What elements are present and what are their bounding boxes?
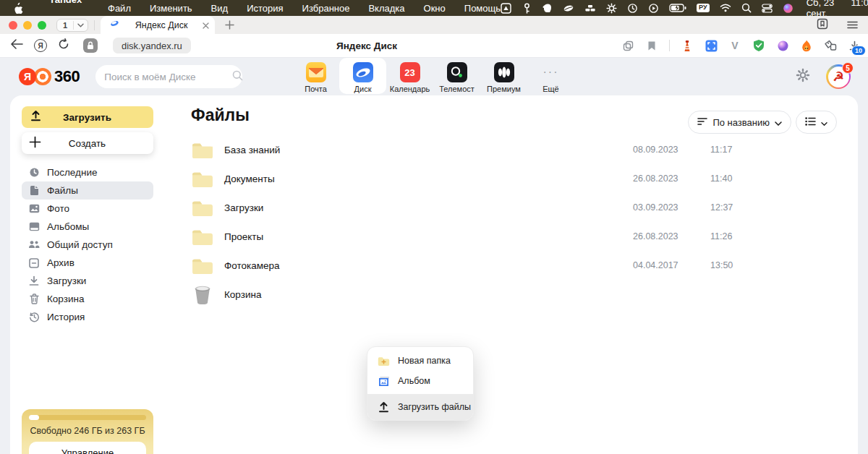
upload-button-label: Загрузить	[41, 112, 133, 123]
extension-sphere-icon[interactable]	[776, 39, 789, 52]
play-circle-icon[interactable]	[648, 2, 659, 14]
close-tab-icon[interactable]	[203, 19, 209, 32]
bookmarks-panel-icon[interactable]	[817, 18, 828, 33]
minimize-window-button[interactable]	[23, 21, 32, 30]
menu-item-upload-files[interactable]: Загрузить файлы	[367, 394, 473, 420]
back-icon[interactable]	[10, 39, 23, 52]
input-language-indicator[interactable]: РУ	[697, 4, 709, 12]
sidebar-item-recent[interactable]: Последние	[22, 163, 153, 181]
gear-menu-icon[interactable]	[606, 2, 617, 14]
app-mail[interactable]: Почта	[292, 58, 339, 94]
extension-screenshot-icon[interactable]	[705, 39, 718, 52]
file-name: Фотокамера	[224, 260, 280, 271]
extension-lighthouse-icon[interactable]	[681, 39, 694, 52]
sidebar-item-history[interactable]: История	[22, 308, 153, 326]
bookmark-flag-icon[interactable]	[645, 39, 658, 52]
menubar-item-view[interactable]: Вид	[211, 3, 229, 14]
close-window-button[interactable]	[9, 21, 17, 30]
section-title: Файлы	[191, 106, 250, 125]
sidebar-item-label: Альбомы	[47, 221, 89, 232]
tab-favicon-disk	[109, 18, 120, 32]
app-premium[interactable]: Премиум	[480, 58, 527, 94]
sidebar-item-shared[interactable]: Общий доступ	[22, 236, 153, 254]
menubar-item-edit[interactable]: Изменить	[150, 3, 192, 14]
file-row[interactable]: Документы 26.08.2023 11:40	[191, 164, 858, 193]
upload-button[interactable]: Загрузить	[22, 106, 153, 128]
menubar-item-history[interactable]: История	[247, 3, 283, 14]
sort-dropdown[interactable]: По названию	[688, 111, 791, 134]
apple-icon[interactable]	[13, 2, 23, 14]
extension-tag-icon[interactable]	[824, 39, 837, 52]
view-mode-dropdown[interactable]	[796, 111, 837, 134]
search-input[interactable]	[104, 72, 232, 82]
archive-icon	[28, 257, 40, 269]
menubar-item-favorites[interactable]: Избранное	[302, 3, 350, 14]
site-security-lock-icon[interactable]	[83, 38, 98, 53]
menubar-item-tab[interactable]: Вкладка	[368, 3, 404, 14]
spotlight-search-icon[interactable]	[741, 2, 752, 14]
file-date: 08.09.2023	[633, 145, 678, 155]
active-tab[interactable]: Яндекс Диск	[101, 16, 215, 34]
file-row[interactable]: Загрузки 03.09.2023 12:37	[191, 193, 858, 222]
mail-icon	[306, 62, 326, 82]
calendar-icon: 23	[400, 62, 420, 82]
tab-counter[interactable]: 1	[56, 19, 88, 32]
notification-badge: 5	[842, 62, 854, 74]
wifi-icon[interactable]	[720, 2, 731, 14]
app-more[interactable]: ··· Ещё	[527, 58, 574, 94]
settings-gear-icon[interactable]	[796, 68, 810, 85]
sidebar-item-files[interactable]: Файлы	[22, 181, 153, 200]
stacks-icon[interactable]	[584, 2, 596, 14]
copy-link-icon[interactable]	[621, 39, 634, 52]
file-date: 26.08.2023	[633, 231, 678, 241]
sidebar-item-label: Файлы	[47, 185, 78, 196]
create-button[interactable]: Создать	[22, 132, 153, 154]
shell-icon[interactable]	[563, 2, 574, 14]
extension-flame-icon[interactable]	[800, 39, 813, 52]
zoom-window-button[interactable]	[38, 21, 46, 30]
menu-item-new-folder[interactable]: Новая папка	[367, 351, 473, 371]
file-row[interactable]: Фотокамера 04.04.2017 13:50	[191, 251, 858, 280]
menubar-item-help[interactable]: Помощь	[464, 3, 501, 14]
menubar-item-file[interactable]: Файл	[108, 3, 131, 14]
menubar-item-window[interactable]: Окно	[424, 3, 446, 14]
app-switcher-icon[interactable]	[501, 2, 511, 14]
browser-menu-icon[interactable]	[847, 19, 858, 32]
yandex-home-button[interactable]: Я	[34, 39, 47, 52]
file-time: 11:26	[710, 231, 732, 241]
telemost-icon	[447, 62, 467, 82]
battery-icon[interactable]	[669, 2, 686, 14]
file-row[interactable]: Проекты 26.08.2023 11:26	[191, 222, 858, 251]
downloads-icon[interactable]: 10	[848, 39, 861, 52]
new-tab-button[interactable]	[225, 20, 234, 30]
sort-icon	[697, 117, 707, 128]
evernote-icon[interactable]	[542, 2, 553, 14]
yandex360-logo[interactable]: Я 360	[19, 67, 80, 86]
folder-icon	[191, 170, 214, 188]
trash-row[interactable]: Корзина	[191, 280, 858, 309]
sidebar-item-downloads[interactable]: Загрузки	[22, 272, 153, 290]
sidebar-item-albums[interactable]: Альбомы	[22, 218, 153, 236]
sidebar-item-trash[interactable]: Корзина	[22, 290, 153, 308]
file-row[interactable]: База знаний 08.09.2023 11:17	[191, 135, 858, 164]
reload-icon[interactable]	[58, 38, 69, 53]
extension-shield-icon[interactable]	[752, 39, 765, 52]
app-disk-active[interactable]: Диск	[339, 58, 386, 94]
manage-storage-button[interactable]: Управление	[29, 442, 146, 454]
extension-v-icon[interactable]: V	[728, 39, 741, 52]
app-telemost[interactable]: Телемост	[433, 58, 480, 94]
app-calendar[interactable]: 23 Календарь	[386, 58, 433, 94]
sidebar-item-photos[interactable]: Фото	[22, 200, 153, 218]
time-machine-icon[interactable]	[627, 2, 638, 14]
menu-item-album[interactable]: Альбом	[367, 371, 473, 391]
app-label: Почта	[305, 85, 327, 93]
key-icon[interactable]	[522, 2, 532, 14]
chevron-down-icon[interactable]	[74, 23, 88, 27]
siri-icon[interactable]	[783, 2, 793, 14]
address-bar[interactable]: disk.yandex.ru	[113, 38, 191, 53]
search-box[interactable]	[95, 65, 242, 88]
control-center-icon[interactable]	[762, 2, 773, 14]
sidebar-item-archive[interactable]: Архив	[22, 254, 153, 272]
profile-avatar[interactable]: ☭ 5	[826, 64, 851, 89]
sidebar: Загрузить Создать Последние	[22, 106, 153, 326]
